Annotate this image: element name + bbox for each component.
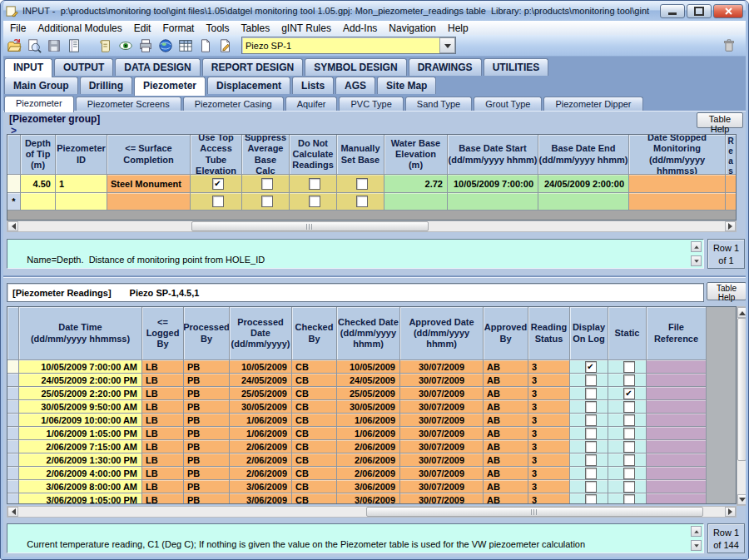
logged_by-cell[interactable]: LB — [142, 400, 184, 414]
display_on_log-checkbox[interactable]: ✔ — [585, 361, 597, 373]
col-checked_by-header[interactable]: Checked By — [292, 307, 337, 360]
date_time-cell[interactable]: 10/05/2009 7:00:00 AM — [19, 360, 142, 374]
tab-piezometer[interactable]: Piezometer — [134, 77, 206, 96]
approved_date-cell[interactable]: 30/07/2009 — [400, 400, 484, 414]
water_base-cell[interactable]: 2.72 — [384, 175, 448, 193]
scroll-right-button[interactable] — [725, 221, 736, 231]
file_reference-cell[interactable] — [647, 400, 707, 414]
col-do_not_calc-header[interactable]: Do Not Calculate Readings — [290, 135, 337, 175]
row-selector[interactable] — [7, 400, 19, 414]
display_on_log-checkbox[interactable] — [585, 468, 597, 479]
reading_status-cell[interactable]: 3 — [528, 427, 570, 440]
approved_date-cell[interactable]: 30/07/2009 — [400, 387, 484, 400]
logged_by-cell[interactable]: LB — [142, 427, 184, 440]
checked_date-cell[interactable]: 1/06/2009 — [337, 427, 400, 440]
static-cell[interactable] — [608, 467, 647, 480]
checked_by-cell[interactable]: CB — [292, 374, 337, 387]
date_time-cell[interactable]: 25/05/2009 2:20:00 PM — [19, 387, 142, 400]
tab-pvc-type[interactable]: PVC Type — [339, 97, 403, 111]
water_base-cell[interactable] — [384, 193, 448, 211]
tab-symbol-design[interactable]: SYMBOL DESIGN — [305, 58, 406, 76]
checked_by-cell[interactable]: CB — [292, 493, 337, 504]
logged_by-cell[interactable]: LB — [142, 453, 184, 467]
manual_base-cell[interactable] — [337, 193, 384, 211]
reading_status-cell[interactable]: 3 — [528, 493, 570, 504]
display_on_log-cell[interactable] — [570, 480, 608, 493]
checked_by-cell[interactable]: CB — [292, 360, 337, 374]
display_on_log-checkbox[interactable] — [585, 388, 597, 399]
suppress-checkbox[interactable] — [261, 196, 273, 207]
display_on_log-cell[interactable] — [570, 453, 608, 467]
reading_status-cell[interactable]: 3 — [528, 440, 570, 453]
logged_by-cell[interactable]: LB — [142, 493, 184, 504]
col-surface_completion-header[interactable]: <= Surface Completion — [107, 135, 191, 175]
approved_by-cell[interactable]: AB — [484, 440, 528, 453]
do_not_calc-checkbox[interactable] — [309, 178, 320, 190]
processed_date-cell[interactable]: 10/05/2009 — [230, 360, 292, 374]
minimize-button[interactable] — [660, 4, 685, 18]
base_start-cell[interactable]: 10/05/2009 7:00:00 — [448, 175, 538, 193]
reas-cell[interactable] — [726, 175, 737, 193]
use_top-cell[interactable] — [191, 193, 242, 211]
checked_by-cell[interactable]: CB — [292, 453, 337, 467]
approved_date-cell[interactable]: 30/07/2009 — [400, 427, 484, 440]
menu-navigation[interactable]: Navigation — [383, 22, 442, 35]
suppress-cell[interactable] — [242, 193, 290, 211]
checked_date-cell[interactable]: 30/05/2009 — [337, 400, 400, 414]
tab-drilling[interactable]: Drilling — [80, 77, 132, 94]
processed_by-cell[interactable]: PB — [184, 493, 230, 504]
checked_date-cell[interactable]: 3/06/2009 — [337, 493, 400, 504]
date_time-cell[interactable]: 2/06/2009 4:00:00 PM — [19, 467, 142, 480]
approved_by-cell[interactable]: AB — [484, 493, 528, 504]
surface_completion-cell[interactable] — [107, 193, 191, 211]
approved_date-cell[interactable]: 30/07/2009 — [400, 414, 484, 427]
row-selector[interactable] — [7, 427, 19, 440]
col-checked_date-header[interactable]: Checked Date (dd/mm/yyyy hhmm) — [337, 307, 400, 360]
processed_by-cell[interactable]: PB — [184, 360, 230, 374]
display_on_log-checkbox[interactable] — [585, 441, 597, 453]
tab-main-group[interactable]: Main Group — [4, 77, 78, 94]
col-display_on_log-header[interactable]: Display On Log — [570, 307, 608, 360]
static-cell[interactable] — [608, 440, 647, 453]
display_on_log-checkbox[interactable] — [585, 401, 597, 413]
processed_by-cell[interactable]: PB — [184, 387, 230, 400]
menu-additional-modules[interactable]: Additional Modules — [32, 22, 127, 35]
tab-utilities[interactable]: UTILITIES — [484, 58, 549, 76]
display_on_log-checkbox[interactable] — [585, 428, 597, 439]
checked_by-cell[interactable]: CB — [292, 467, 337, 480]
use_top-checkbox[interactable]: ✔ — [212, 178, 224, 190]
reas-cell[interactable] — [726, 193, 737, 211]
processed_date-cell[interactable]: 2/06/2009 — [230, 453, 292, 467]
processed_by-cell[interactable]: PB — [184, 414, 230, 427]
title-bar[interactable]: INPUT - p:\products\monitoring tool\gint… — [1, 1, 748, 21]
readings-table-vscrollbar[interactable] — [737, 306, 747, 506]
row-selector[interactable] — [7, 387, 19, 400]
row-selector[interactable] — [7, 175, 21, 193]
checked_date-cell[interactable]: 10/05/2009 — [337, 360, 400, 374]
date_stopped-cell[interactable] — [629, 193, 726, 211]
approved_date-cell[interactable]: 30/07/2009 — [400, 480, 484, 493]
tab-sand-type[interactable]: Sand Type — [405, 97, 472, 111]
reading_status-cell[interactable]: 3 — [528, 400, 570, 414]
checked_by-cell[interactable]: CB — [292, 387, 337, 400]
static-checkbox[interactable] — [623, 454, 635, 466]
tab-grout-type[interactable]: Grout Type — [474, 97, 542, 111]
surface_completion-cell[interactable]: Steel Monument — [107, 175, 191, 193]
col-piezo_id-header[interactable]: Piezometer ID — [56, 135, 107, 175]
file_reference-cell[interactable] — [647, 453, 707, 467]
tab-piezometer-dipper[interactable]: Piezometer Dipper — [543, 97, 642, 111]
script-icon[interactable] — [97, 37, 115, 54]
logged_by-cell[interactable]: LB — [142, 440, 184, 453]
row-selector[interactable]: * — [7, 193, 21, 211]
date_time-cell[interactable]: 2/06/2009 1:30:00 PM — [19, 453, 142, 467]
file-browse-icon[interactable] — [25, 37, 43, 54]
processed_date-cell[interactable]: 2/06/2009 — [230, 440, 292, 453]
approved_date-cell[interactable]: 30/07/2009 — [400, 440, 484, 453]
logged_by-cell[interactable]: LB — [142, 374, 184, 387]
approved_by-cell[interactable]: AB — [484, 453, 528, 467]
static-cell[interactable] — [608, 453, 647, 467]
processed_date-cell[interactable]: 3/06/2009 — [230, 493, 292, 504]
tab-site-map[interactable]: Site Map — [377, 77, 436, 94]
processed_date-cell[interactable]: 1/06/2009 — [230, 427, 292, 440]
display_on_log-checkbox[interactable] — [585, 481, 597, 493]
